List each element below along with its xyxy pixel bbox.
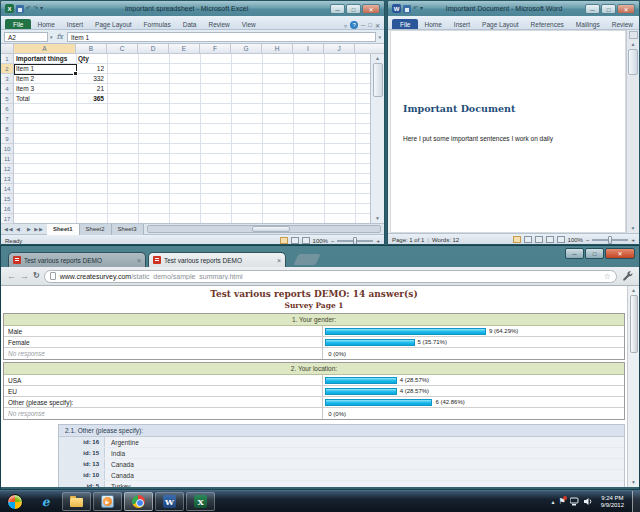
row-header-10[interactable]: 10 bbox=[1, 144, 13, 154]
save-icon[interactable] bbox=[16, 5, 24, 13]
excel-ribbon-tab-data[interactable]: Data bbox=[177, 19, 203, 29]
help-icon[interactable]: ? bbox=[350, 21, 358, 29]
maximize-button[interactable]: □ bbox=[601, 4, 616, 14]
word-ribbon-tab-insert[interactable]: Insert bbox=[448, 19, 476, 29]
row-header-7[interactable]: 7 bbox=[1, 114, 13, 124]
outline-view-icon[interactable] bbox=[546, 236, 554, 243]
row-header-14[interactable]: 14 bbox=[1, 184, 13, 194]
word-page-count[interactable]: Page: 1 of 1 bbox=[392, 237, 424, 243]
excel-ribbon-tab-insert[interactable]: Insert bbox=[61, 19, 89, 29]
scroll-down-icon[interactable]: ▼ bbox=[631, 224, 636, 233]
zoom-level[interactable]: 100% bbox=[313, 238, 328, 244]
scroll-up-icon[interactable]: ▲ bbox=[631, 40, 636, 49]
word-app-icon[interactable]: W bbox=[392, 4, 401, 13]
cell-A3[interactable]: Item 2 bbox=[14, 74, 76, 84]
row-header-17[interactable]: 17 bbox=[1, 214, 13, 224]
undo-icon[interactable]: ↶ bbox=[413, 4, 418, 13]
undo-icon[interactable]: ↶ bbox=[26, 4, 31, 13]
zoom-slider-thumb[interactable] bbox=[608, 236, 612, 244]
name-box-dropdown-icon[interactable]: ▾ bbox=[50, 34, 53, 40]
excel-vertical-scrollbar[interactable]: ▲ ▼ bbox=[370, 54, 384, 223]
normal-view-icon[interactable] bbox=[280, 237, 288, 244]
excel-ribbon-tab-view[interactable]: View bbox=[236, 19, 262, 29]
speaker-icon[interactable] bbox=[584, 497, 593, 506]
minimize-button[interactable]: ─ bbox=[585, 4, 600, 14]
row-header-5[interactable]: 5 bbox=[1, 94, 13, 104]
row-header-11[interactable]: 11 bbox=[1, 154, 13, 164]
word-ribbon-tab-mailings[interactable]: Mailings bbox=[570, 19, 606, 29]
sheet-nav-right-icons[interactable]: ▶ ▶▶ bbox=[24, 226, 47, 232]
sheet-nav-left-icons[interactable]: ◀◀ ◀ bbox=[1, 226, 24, 232]
workbook-restore-icon[interactable]: □ bbox=[368, 22, 372, 28]
cell-B4[interactable]: 21 bbox=[76, 84, 107, 94]
zoom-slider[interactable] bbox=[337, 240, 373, 242]
sheet-tab-sheet2[interactable]: Sheet2 bbox=[80, 224, 112, 235]
row-header-15[interactable]: 15 bbox=[1, 194, 13, 204]
row-header-3[interactable]: 3 bbox=[1, 74, 13, 84]
ribbon-collapse-icon[interactable]: ▿ bbox=[344, 22, 347, 29]
save-icon[interactable] bbox=[403, 5, 411, 13]
word-ribbon-tab-home[interactable]: Home bbox=[418, 19, 447, 29]
column-header-H[interactable]: H bbox=[262, 44, 293, 53]
scroll-up-icon[interactable]: ▲ bbox=[631, 286, 636, 295]
page-break-view-icon[interactable] bbox=[302, 237, 310, 244]
sheet-tab-sheet3[interactable]: Sheet3 bbox=[112, 224, 144, 235]
row-header-2[interactable]: 2 bbox=[1, 64, 13, 74]
column-header-A[interactable]: A bbox=[14, 44, 76, 53]
maximize-button[interactable]: □ bbox=[585, 248, 604, 259]
column-header-J[interactable]: J bbox=[324, 44, 355, 53]
column-header-G[interactable]: G bbox=[231, 44, 262, 53]
close-button[interactable]: ✕ bbox=[362, 4, 380, 14]
excel-horizontal-scrollbar[interactable] bbox=[147, 225, 381, 233]
reload-icon[interactable]: ↻ bbox=[33, 271, 40, 281]
tab-close-icon[interactable]: × bbox=[277, 257, 281, 264]
taskbar-explorer-icon[interactable] bbox=[62, 492, 91, 511]
scrollbar-thumb[interactable] bbox=[630, 295, 638, 353]
taskbar-chrome-icon[interactable] bbox=[124, 492, 153, 511]
scrollbar-thumb[interactable] bbox=[373, 63, 383, 97]
row-header-8[interactable]: 8 bbox=[1, 124, 13, 134]
excel-titlebar[interactable]: X ↶ ↷ ▾ important spreadsheet - Microsof… bbox=[1, 1, 384, 16]
browser-tab-1[interactable]: Test various reports DEMO × bbox=[8, 252, 146, 267]
taskbar-ie-icon[interactable]: e bbox=[31, 492, 60, 511]
zoom-in-icon[interactable]: + bbox=[376, 238, 380, 244]
formula-input[interactable]: Item 1 bbox=[67, 32, 376, 42]
scrollbar-thumb[interactable] bbox=[252, 226, 290, 232]
sheet-tab-sheet1[interactable]: Sheet1 bbox=[47, 224, 80, 235]
excel-ribbon-tab-review[interactable]: Review bbox=[202, 19, 235, 29]
word-document-area[interactable]: Important Document Here I put some impor… bbox=[388, 30, 639, 233]
word-ribbon-tab-references[interactable]: References bbox=[525, 19, 570, 29]
insert-function-icon[interactable]: fx bbox=[57, 33, 64, 41]
tray-expand-icon[interactable]: ▴ bbox=[551, 498, 554, 505]
print-layout-view-icon[interactable] bbox=[513, 236, 521, 243]
excel-cells-area[interactable]: Important thingsQtyItem 112Item 2332Item… bbox=[14, 54, 370, 223]
zoom-slider[interactable] bbox=[592, 239, 628, 241]
select-all-corner[interactable] bbox=[1, 44, 14, 53]
redo-icon[interactable]: ↷ bbox=[33, 4, 38, 13]
scrollbar-thumb[interactable] bbox=[628, 49, 638, 75]
column-header-F[interactable]: F bbox=[200, 44, 231, 53]
row-header-4[interactable]: 4 bbox=[1, 84, 13, 94]
row-header-9[interactable]: 9 bbox=[1, 134, 13, 144]
word-page[interactable]: Important Document Here I put some impor… bbox=[390, 30, 626, 233]
cell-B2[interactable]: 12 bbox=[76, 64, 107, 74]
back-icon[interactable]: ← bbox=[7, 271, 16, 281]
zoom-slider-thumb[interactable] bbox=[353, 237, 357, 245]
workbook-close-icon[interactable]: ✕ bbox=[375, 22, 380, 29]
minimize-button[interactable]: ─ bbox=[330, 4, 345, 14]
cell-B1[interactable]: Qty bbox=[76, 54, 107, 64]
name-box[interactable]: A2 bbox=[4, 32, 48, 42]
word-ribbon-tab-review[interactable]: Review bbox=[606, 19, 639, 29]
cell-A2[interactable]: Item 1 bbox=[14, 64, 76, 74]
weblayout-view-icon[interactable] bbox=[535, 236, 543, 243]
excel-ribbon-tab-formulas[interactable]: Formulas bbox=[138, 19, 177, 29]
column-header-C[interactable]: C bbox=[107, 44, 138, 53]
minimize-button[interactable]: ─ bbox=[565, 248, 584, 259]
bookmark-star-icon[interactable]: ☆ bbox=[604, 272, 611, 281]
draft-view-icon[interactable] bbox=[557, 236, 565, 243]
word-word-count[interactable]: Words: 12 bbox=[432, 237, 459, 243]
maximize-button[interactable]: □ bbox=[346, 4, 361, 14]
zoom-out-icon[interactable]: − bbox=[586, 237, 590, 243]
tab-close-icon[interactable]: × bbox=[137, 257, 141, 264]
column-header-B[interactable]: B bbox=[76, 44, 107, 53]
